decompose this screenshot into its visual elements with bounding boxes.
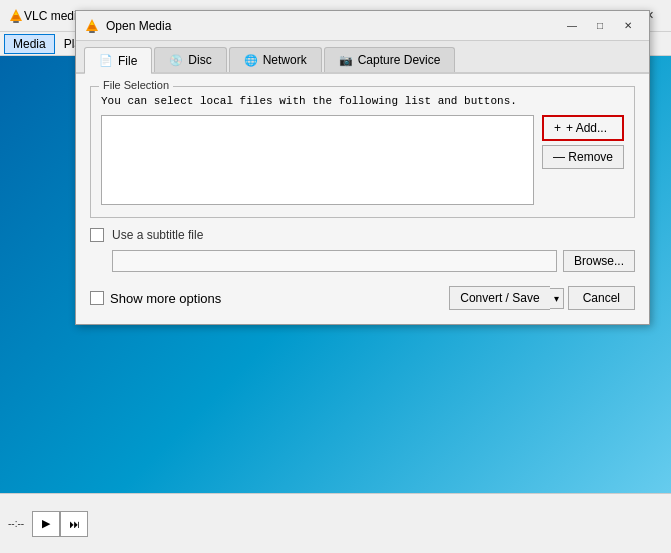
tab-file[interactable]: 📄 File [84,47,152,74]
show-more-label: Show more options [110,291,221,306]
subtitle-checkbox-row: Use a subtitle file [90,228,635,242]
skip-button[interactable]: ⏭ [60,511,88,537]
cancel-button[interactable]: Cancel [568,286,635,310]
dialog-vlc-icon [84,18,100,34]
tab-capture-label: Capture Device [358,53,441,67]
capture-tab-icon: 📷 [339,54,353,67]
convert-save-button[interactable]: Convert / Save [449,286,549,310]
subtitle-file-input[interactable] [112,250,557,272]
skip-icon: ⏭ [69,518,80,530]
subtitle-checkbox[interactable] [90,228,104,242]
tab-network-label: Network [263,53,307,67]
svg-rect-5 [89,31,95,33]
tab-file-label: File [118,54,137,68]
dialog-title: Open Media [106,19,559,33]
show-more-checkbox[interactable] [90,291,104,305]
play-button[interactable]: ▶ [32,511,60,537]
show-more-row: Show more options [90,291,221,306]
remove-label: — Remove [553,150,613,164]
player-bar: --:-- ▶ ⏭ [0,493,671,553]
network-tab-icon: 🌐 [244,54,258,67]
group-label: File Selection [99,79,173,91]
browse-button[interactable]: Browse... [563,250,635,272]
add-icon: + [554,121,561,135]
subtitle-checkbox-label: Use a subtitle file [112,228,203,242]
svg-rect-1 [13,21,19,23]
remove-button[interactable]: — Remove [542,145,624,169]
play-icon: ▶ [42,517,50,530]
action-buttons: Convert / Save ▾ Cancel [449,286,635,310]
convert-save-group: Convert / Save ▾ [449,286,563,310]
dialog-title-controls: — □ ✕ [559,16,641,36]
tab-network[interactable]: 🌐 Network [229,47,322,72]
tab-capture[interactable]: 📷 Capture Device [324,47,456,72]
description-text: You can select local files with the foll… [101,95,624,107]
tab-disc-label: Disc [188,53,211,67]
dialog-minimize-button[interactable]: — [559,16,585,36]
vlc-icon [8,8,24,24]
dialog-content: File Selection You can select local file… [76,74,649,324]
file-tab-icon: 📄 [99,54,113,67]
bottom-row: Show more options Convert / Save ▾ Cance… [90,280,635,312]
player-time: --:-- [8,517,24,530]
dialog-close-button[interactable]: ✕ [615,16,641,36]
open-media-dialog: Open Media — □ ✕ 📄 File 💿 Disc 🌐 Network… [75,10,650,325]
file-selection-group: File Selection You can select local file… [90,86,635,218]
subtitle-input-row: Browse... [112,250,635,272]
file-list [101,115,534,205]
tab-disc[interactable]: 💿 Disc [154,47,226,72]
add-label: + Add... [566,121,607,135]
tab-bar: 📄 File 💿 Disc 🌐 Network 📷 Capture Device [76,41,649,74]
file-buttons: + + Add... — Remove [542,115,624,205]
dialog-title-bar: Open Media — □ ✕ [76,11,649,41]
dialog-maximize-button[interactable]: □ [587,16,613,36]
disc-tab-icon: 💿 [169,54,183,67]
file-list-area: + + Add... — Remove [101,115,624,205]
add-button[interactable]: + + Add... [542,115,624,141]
convert-save-dropdown[interactable]: ▾ [550,288,564,309]
menu-item-media[interactable]: Media [4,34,55,54]
